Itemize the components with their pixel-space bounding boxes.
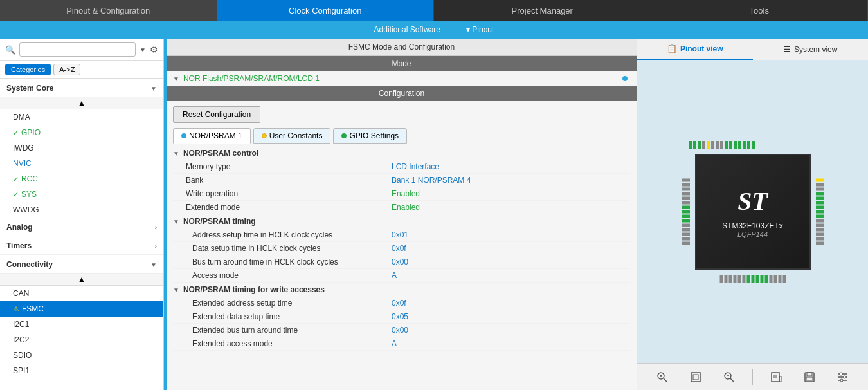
pin bbox=[737, 275, 741, 283]
sidebar-item-spi1[interactable]: SPI1 bbox=[0, 363, 163, 378]
dropdown-arrow-icon[interactable]: ▼ bbox=[140, 46, 146, 53]
bank-value: Bank 1 NOR/PSRAM 4 bbox=[392, 176, 471, 185]
pin bbox=[778, 275, 781, 283]
search-input[interactable] bbox=[19, 42, 136, 57]
svg-rect-10 bbox=[779, 376, 781, 382]
ext-addr-setup-value: 0x0f bbox=[392, 299, 406, 308]
pin bbox=[702, 141, 705, 149]
section-timers-header[interactable]: Timers › bbox=[0, 236, 163, 255]
nor-psram1-label: NOR/PSRAM 1 bbox=[189, 131, 242, 140]
chip-package: LQFP144 bbox=[737, 230, 768, 238]
rcc-label: RCC bbox=[21, 174, 38, 183]
chevron-up-icon-2: ▲ bbox=[78, 275, 86, 284]
tab-pinout-config[interactable]: Pinout & Configuration bbox=[0, 0, 217, 21]
pin bbox=[816, 242, 824, 245]
tab-tools[interactable]: Tools bbox=[651, 0, 869, 21]
pin bbox=[693, 141, 696, 149]
data-setup-value: 0x0f bbox=[392, 244, 406, 253]
scroll-up-btn[interactable]: ▲ bbox=[0, 97, 163, 109]
sidebar-item-sys[interactable]: ✓ SYS bbox=[0, 187, 163, 202]
system-core-label: System Core bbox=[6, 84, 53, 93]
sidebar-item-nvic[interactable]: NVIC bbox=[0, 156, 163, 171]
section-connectivity-header[interactable]: Connectivity ▼ bbox=[0, 255, 163, 274]
tab-az[interactable]: A->Z bbox=[53, 64, 80, 75]
pin bbox=[816, 179, 824, 182]
zoom-out-button[interactable] bbox=[719, 367, 739, 387]
tab-gpio-settings[interactable]: GPIO Settings bbox=[333, 128, 407, 144]
fit-button[interactable] bbox=[685, 367, 706, 387]
tab-pinout-view[interactable]: 📋 Pinout view bbox=[637, 39, 753, 60]
sidebar-item-fsmc[interactable]: ⚠ FSMC bbox=[0, 301, 163, 317]
analog-arrow-icon: › bbox=[155, 224, 157, 231]
sidebar-item-wwdg[interactable]: WWDG bbox=[0, 202, 163, 218]
svg-rect-4 bbox=[691, 373, 700, 382]
zoom-in-button[interactable] bbox=[652, 367, 673, 387]
pin bbox=[752, 141, 755, 149]
nav-additional-software[interactable]: Additional Software bbox=[374, 25, 440, 34]
gpio-settings-dot bbox=[341, 133, 347, 138]
extended-mode-label: Extended mode bbox=[186, 203, 392, 212]
pin bbox=[746, 275, 750, 283]
svg-line-8 bbox=[730, 378, 734, 382]
export-button[interactable] bbox=[766, 367, 786, 387]
section-system-core-header[interactable]: System Core ▼ bbox=[0, 79, 163, 97]
tab-project-manager[interactable]: Project Manager bbox=[434, 0, 651, 21]
connectivity-scroll-btn[interactable]: ▲ bbox=[0, 274, 163, 286]
tab-system-view[interactable]: ☰ System view bbox=[753, 39, 869, 59]
chip-container: ST STM32F103ZETx LQFP144 bbox=[663, 122, 843, 302]
pin bbox=[816, 219, 824, 223]
main-layout: 🔍 ▼ ⚙ Categories A->Z System Core ▼ ▲ DM… bbox=[0, 39, 868, 390]
mode-header: Mode bbox=[167, 56, 637, 71]
right-panel-tab-bar: 📋 Pinout view ☰ System view bbox=[637, 39, 868, 60]
tab-clock-config[interactable]: Clock Configuration bbox=[217, 0, 435, 21]
fsmc-label: FSMC bbox=[22, 304, 44, 313]
tab-categories[interactable]: Categories bbox=[5, 64, 51, 75]
reset-config-button[interactable]: Reset Configuration bbox=[173, 106, 260, 123]
sidebar-item-iwdg[interactable]: IWDG bbox=[0, 140, 163, 156]
gear-icon[interactable]: ⚙ bbox=[150, 44, 158, 55]
sidebar-item-dma[interactable]: DMA bbox=[0, 109, 163, 125]
nav-pinout[interactable]: ▾ Pinout bbox=[466, 25, 494, 34]
sidebar-item-rcc[interactable]: ✓ RCC bbox=[0, 171, 163, 187]
nor-timing-label: NOR/PSRAM timing bbox=[183, 217, 256, 226]
pin bbox=[816, 210, 824, 214]
bank-label: Bank bbox=[186, 176, 392, 185]
svg-point-21 bbox=[840, 379, 843, 382]
sidebar-item-sdio[interactable]: SDIO bbox=[0, 348, 163, 363]
right-panel: 📋 Pinout view ☰ System view bbox=[637, 39, 868, 390]
pin bbox=[816, 224, 824, 227]
sidebar-search-bar: 🔍 ▼ ⚙ bbox=[0, 39, 163, 61]
sidebar-item-gpio[interactable]: ✓ GPIO bbox=[0, 125, 163, 140]
pin bbox=[719, 275, 723, 283]
pin bbox=[682, 179, 690, 182]
pin bbox=[751, 275, 754, 283]
tab-nor-psram1[interactable]: NOR/PSRAM 1 bbox=[173, 128, 251, 144]
pin bbox=[764, 275, 768, 283]
section-analog-header[interactable]: Analog › bbox=[0, 218, 163, 236]
connectivity-arrow-icon: ▼ bbox=[150, 261, 157, 268]
nor-flash-label[interactable]: NOR Flash/PSRAM/SRAM/ROM/LCD 1 bbox=[183, 74, 320, 83]
addr-setup-value: 0x01 bbox=[392, 230, 408, 239]
pin bbox=[816, 215, 824, 218]
toolbar-separator bbox=[752, 369, 753, 385]
extended-mode-value: Enabled bbox=[392, 203, 420, 212]
iwdg-label: IWDG bbox=[13, 144, 34, 153]
sidebar-item-i2c1[interactable]: I2C1 bbox=[0, 317, 163, 332]
sidebar-item-i2c2[interactable]: I2C2 bbox=[0, 332, 163, 348]
rcc-check-icon: ✓ bbox=[13, 175, 19, 183]
nor-write-tri-icon: ▼ bbox=[173, 286, 179, 293]
pin bbox=[682, 183, 690, 187]
pin bbox=[682, 219, 690, 223]
save-button[interactable] bbox=[799, 367, 820, 387]
sidebar-item-can[interactable]: CAN bbox=[0, 286, 163, 301]
pin bbox=[682, 242, 690, 245]
table-row: Memory type LCD Interface bbox=[173, 160, 630, 174]
settings-button[interactable] bbox=[833, 367, 853, 387]
tab-user-constants[interactable]: User Constants bbox=[253, 128, 331, 144]
addr-setup-label: Address setup time in HCLK clock cycles bbox=[192, 230, 392, 239]
nor-psram-control-table: ▼ NOR/PSRAM control Memory type LCD Inte… bbox=[167, 146, 637, 351]
table-row: Extended address setup time 0x0f bbox=[173, 297, 630, 310]
pin bbox=[711, 141, 714, 149]
table-row: Extended mode Enabled bbox=[173, 201, 630, 214]
nor-psram-write-timing-header: ▼ NOR/PSRAM timing for write accesses bbox=[173, 283, 630, 297]
